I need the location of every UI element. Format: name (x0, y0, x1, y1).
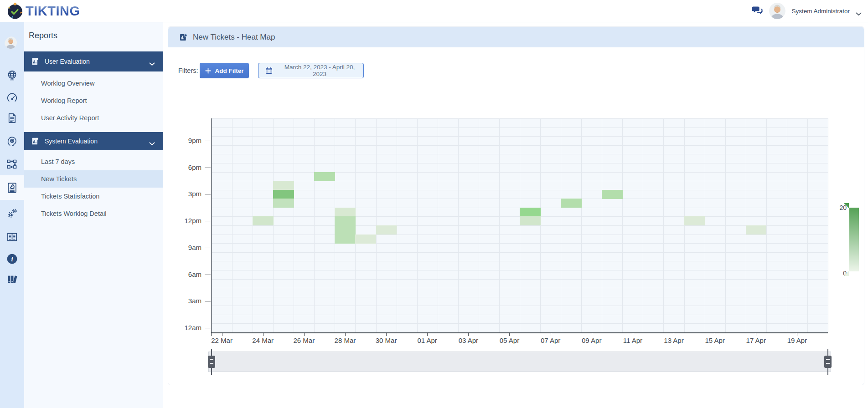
grid-h (212, 297, 828, 297)
sidebar-item-tickets-worklog-detail[interactable]: Tickets Worklog Detail (24, 205, 163, 222)
sidebar-item-worklog-report[interactable]: Worklog Report (24, 92, 163, 109)
grid-h (212, 118, 828, 119)
grid-h (212, 172, 828, 173)
sidebar-item-worklog-overview[interactable]: Worklog Overview (24, 75, 163, 92)
rail-item-settings[interactable] (0, 201, 24, 225)
y-axis-label: 6pm (176, 163, 202, 171)
y-axis-tick (205, 221, 211, 221)
grid-h (212, 243, 828, 244)
archive-icon (6, 273, 18, 286)
x-axis-tick (592, 333, 592, 336)
menu-section-system-evaluation[interactable]: System Evaluation (24, 132, 163, 150)
grid-v (417, 118, 418, 333)
grid-v (705, 118, 705, 333)
x-axis-label: 07 Apr (535, 337, 567, 344)
x-axis-tick (715, 333, 715, 336)
x-axis-tick (468, 333, 469, 336)
slider-handle-left[interactable] (208, 356, 215, 368)
support-icon (6, 135, 18, 147)
menu-section-user-evaluation[interactable]: User Evaluation (24, 51, 163, 71)
date-range-slider-track[interactable] (208, 352, 831, 372)
grid-h (212, 279, 828, 280)
sidebar-title: Reports (29, 31, 57, 41)
grid-h (212, 136, 828, 137)
info-icon: i (6, 253, 18, 265)
grid-v (273, 118, 274, 333)
grid-h (212, 128, 828, 128)
rail-item-invoice[interactable] (0, 106, 24, 130)
icon-rail: i (0, 22, 24, 408)
svg-text:i: i (11, 255, 13, 262)
y-axis-tick (205, 168, 211, 168)
y-axis-tick (205, 301, 211, 301)
grid-v (807, 118, 808, 333)
y-axis-label: 9pm (176, 137, 202, 144)
rail-item-report-chart[interactable] (0, 175, 24, 200)
chevron-down-icon[interactable] (856, 9, 862, 13)
x-axis-label: 13 Apr (658, 337, 690, 344)
y-axis-label: 3pm (176, 190, 202, 198)
invoice-icon (6, 112, 18, 124)
x-axis-tick (756, 333, 756, 336)
x-axis-label: 11 Apr (617, 337, 649, 344)
y-axis-label: 9am (176, 244, 202, 251)
heat-legend-gradient (849, 208, 859, 271)
heatmap-cell-17Apr-11am (746, 225, 767, 235)
x-axis-label: 30 Mar (370, 337, 402, 344)
sidebar-item-new-tickets[interactable]: New Tickets (24, 170, 163, 188)
heatmap-cell-10Apr-3pm (602, 190, 623, 199)
chevron-down-icon (149, 139, 155, 143)
rail-item-user-avatar[interactable] (0, 32, 24, 56)
sidebar-item-tickets-statisfaction[interactable]: Tickets Statisfaction (24, 188, 163, 205)
x-axis-tick (797, 333, 797, 336)
heatmap-cell-06Apr-1pm (520, 208, 541, 217)
grid-h (212, 288, 828, 288)
heatmap-cell-14Apr-12pm (684, 216, 705, 225)
workflow-icon (6, 158, 18, 170)
grid-v (479, 118, 479, 333)
x-axis-label: 17 Apr (740, 337, 772, 344)
x-axis-tick (345, 333, 346, 336)
rail-item-globe[interactable] (0, 63, 24, 87)
heatmap-cell-28Mar-10am (335, 235, 356, 244)
chat-icon[interactable] (751, 6, 763, 16)
user-menu-label[interactable]: System Administrator (791, 8, 850, 15)
y-axis-tick (205, 275, 211, 275)
heat-legend-max-marker (844, 203, 849, 208)
app-logo[interactable]: TIKTING (6, 2, 80, 20)
heat-legend-min-marker (844, 271, 849, 276)
x-axis-tick (551, 333, 551, 336)
heatmap-cell-06Apr-12pm (520, 216, 541, 225)
catalog-icon (6, 231, 18, 243)
heatmap-cell-25Mar-4pm (273, 181, 294, 190)
grid-h (212, 261, 828, 261)
grid-h (212, 315, 828, 315)
x-axis-tick (633, 333, 633, 336)
grid-v (643, 118, 643, 333)
heatmap-cell-27Mar-5pm (314, 172, 335, 181)
rail-item-catalog[interactable] (0, 224, 24, 249)
x-axis-label: 15 Apr (699, 337, 731, 344)
sidebar-item-user-activity-report[interactable]: User Activity Report (24, 109, 163, 127)
x-axis-tick (674, 333, 674, 336)
x-axis-label: 28 Mar (329, 337, 361, 344)
rail-item-support[interactable] (0, 128, 24, 153)
slider-handle-right[interactable] (824, 356, 832, 368)
top-bar: TIKTING System Administrator (0, 0, 868, 22)
rail-item-workflow[interactable] (0, 152, 24, 176)
user-avatar[interactable] (769, 3, 785, 19)
y-axis-tick (205, 328, 211, 328)
y-axis-label: 12am (176, 324, 202, 332)
rail-item-archive[interactable] (0, 267, 24, 291)
heatmap-cell-28Mar-1pm (335, 208, 356, 217)
menu-section-label: System Evaluation (45, 138, 98, 145)
grid-h (212, 163, 828, 163)
grid-v (232, 118, 232, 333)
logo-text: TIKTING (26, 4, 80, 19)
heatmap-cell-28Mar-11am (335, 225, 356, 235)
grid-v (438, 118, 438, 333)
grid-v (622, 118, 623, 333)
x-axis-label: 19 Apr (781, 337, 813, 344)
sidebar-item-last-7-days[interactable]: Last 7 days (24, 153, 163, 170)
heatmap-chart: 12am3am6am9am12pm3pm6pm9pm22 Mar24 Mar26… (168, 27, 864, 385)
